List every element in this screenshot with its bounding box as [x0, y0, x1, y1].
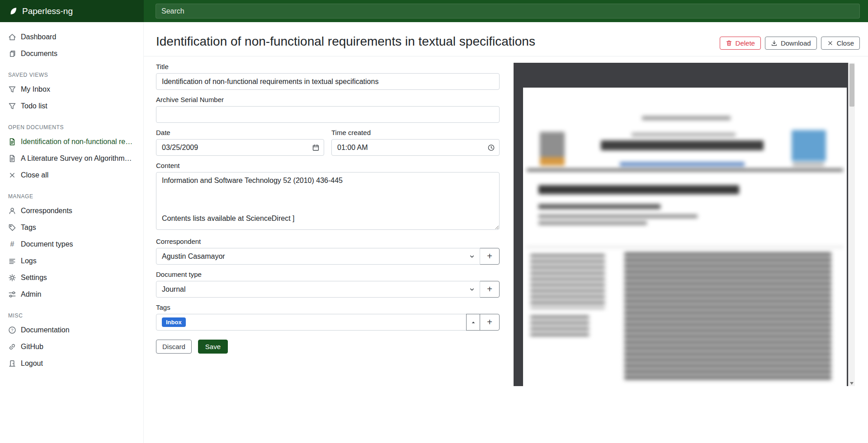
trash-icon: [726, 40, 732, 47]
sidebar-item-logs[interactable]: Logs: [0, 252, 143, 269]
document-type-value: Journal: [162, 285, 185, 294]
date-field: Date: [156, 129, 324, 156]
tags-dropdown-toggle[interactable]: [466, 314, 480, 331]
document-type-field: Document type Journal +: [156, 270, 500, 298]
file-text-icon: [8, 154, 16, 163]
sidebar-item-todo-list[interactable]: Todo list: [0, 98, 143, 114]
sidebar-item-document-types[interactable]: # Document types: [0, 236, 143, 252]
chevron-down-icon: [469, 253, 475, 260]
sidebar-item-tags[interactable]: Tags: [0, 219, 143, 236]
file-text-icon: [8, 138, 16, 146]
leaf-logo-icon: [9, 7, 18, 15]
sidebar-open-document-1[interactable]: Identification of non-functional require…: [0, 133, 143, 150]
pdf-scrollbar-thumb[interactable]: [849, 64, 854, 107]
blur-shape: [527, 247, 843, 247]
date-label: Date: [156, 129, 324, 136]
sidebar-item-settings[interactable]: Settings: [0, 269, 143, 286]
brand-name: Paperless-ng: [22, 6, 73, 16]
asn-input[interactable]: [156, 106, 500, 123]
sidebar-item-logout[interactable]: Logout: [0, 355, 143, 372]
correspondent-label: Correspondent: [156, 238, 500, 245]
form-actions: Discard Save: [156, 340, 500, 354]
blur-shape: [530, 254, 605, 308]
blur-shape: [538, 204, 660, 209]
add-tag-button[interactable]: +: [480, 314, 500, 331]
correspondent-field: Correspondent Agustin Casamayor +: [156, 238, 500, 265]
sidebar-item-admin[interactable]: Admin: [0, 286, 143, 303]
tags-label: Tags: [156, 303, 500, 311]
content-textarea[interactable]: Information and Software Technology 52 (…: [156, 172, 500, 230]
calendar-icon[interactable]: [312, 144, 320, 151]
navbar-search-area: [144, 0, 868, 22]
x-icon: [8, 171, 16, 179]
title-input[interactable]: [156, 73, 500, 90]
house-icon: [8, 33, 16, 41]
list-icon: [8, 257, 16, 265]
correspondent-select[interactable]: Agustin Casamayor: [156, 248, 480, 265]
blur-shape: [620, 162, 745, 166]
sidebar-item-github[interactable]: GitHub: [0, 338, 143, 355]
sidebar-item-close-all[interactable]: Close all: [0, 167, 143, 183]
sidebar-item-documents[interactable]: Documents: [0, 45, 143, 62]
download-button[interactable]: Download: [765, 37, 817, 50]
toggles-icon: [8, 290, 16, 298]
sidebar-item-correspondents[interactable]: Correspondents: [0, 202, 143, 219]
question-circle-icon: ?: [8, 326, 16, 334]
scroll-down-arrow-icon[interactable]: [850, 382, 854, 385]
pdf-preview[interactable]: [514, 63, 855, 386]
funnel-icon: [8, 85, 16, 93]
app-root: Paperless-ng Dashboard Documents SAVED V…: [0, 0, 868, 443]
blur-shape: [540, 132, 565, 157]
door-icon: [8, 359, 16, 368]
caret-up-icon: [471, 320, 476, 325]
save-button[interactable]: Save: [198, 340, 228, 354]
sidebar-heading-misc: MISC: [0, 303, 143, 322]
content-label: Content: [156, 162, 500, 169]
document-type-select[interactable]: Journal: [156, 281, 480, 298]
time-created-label: Time created: [331, 129, 500, 136]
search-input[interactable]: [156, 4, 860, 19]
blur-shape: [540, 157, 565, 166]
blur-shape: [792, 130, 826, 161]
svg-text:?: ?: [11, 327, 13, 332]
funnel-icon: [8, 102, 16, 110]
asn-field: Archive Serial Number: [156, 96, 500, 123]
sidebar-heading-manage: MANAGE: [0, 183, 143, 202]
tags-input[interactable]: Inbox: [156, 314, 467, 331]
clock-icon[interactable]: [487, 144, 495, 151]
blur-shape: [793, 163, 824, 166]
sidebar-item-dashboard[interactable]: Dashboard: [0, 28, 143, 45]
download-icon: [771, 40, 778, 47]
gear-icon: [8, 274, 16, 282]
blur-shape: [632, 133, 736, 136]
blur-shape: [538, 221, 647, 225]
document-header: Identification of non-functional require…: [144, 22, 868, 56]
pdf-blurred-content: [523, 88, 847, 386]
pdf-page: [523, 88, 847, 386]
add-correspondent-button[interactable]: +: [480, 248, 500, 265]
tag-badge-inbox[interactable]: Inbox: [162, 317, 186, 327]
sidebar-open-document-2[interactable]: A Literature Survey on Algorithms for Mu…: [0, 150, 143, 167]
blur-shape: [642, 116, 731, 120]
time-created-input[interactable]: [331, 139, 500, 156]
asn-label: Archive Serial Number: [156, 96, 500, 103]
page-title: Identification of non-functional require…: [156, 34, 535, 49]
pdf-scrollbar[interactable]: [848, 63, 855, 386]
top-navbar: Paperless-ng: [0, 0, 868, 22]
sidebar-item-my-inbox[interactable]: My Inbox: [0, 81, 143, 98]
close-button[interactable]: Close: [821, 37, 860, 50]
x-icon: [827, 40, 834, 47]
brand-link[interactable]: Paperless-ng: [0, 0, 144, 22]
discard-button[interactable]: Discard: [156, 340, 192, 354]
content-field: Content Information and Software Technol…: [156, 162, 500, 232]
hash-icon: #: [8, 240, 16, 248]
delete-button[interactable]: Delete: [720, 37, 761, 50]
date-input[interactable]: [156, 139, 324, 156]
link-icon: [8, 343, 16, 351]
time-created-field: Time created: [331, 129, 500, 156]
add-document-type-button[interactable]: +: [480, 281, 500, 298]
correspondent-value: Agustin Casamayor: [162, 252, 225, 261]
date-time-row: Date Time created: [156, 129, 500, 162]
document-body: Title Archive Serial Number Date: [144, 56, 868, 386]
sidebar-item-documentation[interactable]: ? Documentation: [0, 322, 143, 338]
